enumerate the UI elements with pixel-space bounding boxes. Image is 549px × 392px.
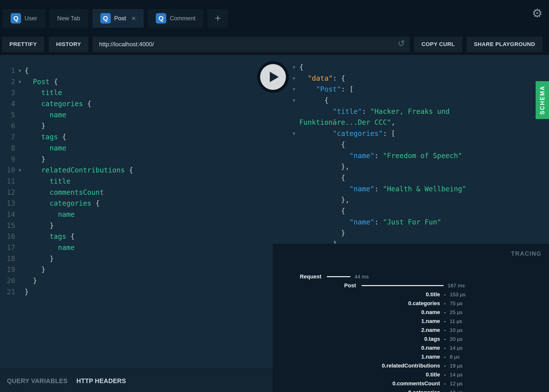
tracing-row: Post167 ms bbox=[273, 281, 549, 290]
query-variables-tab[interactable]: QUERY VARIABLES bbox=[7, 377, 68, 385]
prettify-button[interactable]: PRETTIFY bbox=[2, 37, 44, 52]
token: { bbox=[341, 207, 345, 215]
settings-gear-icon[interactable]: ⚙ bbox=[532, 7, 543, 19]
query-line[interactable]: 10▾relatedContributions { bbox=[0, 165, 273, 176]
token: { bbox=[25, 67, 29, 75]
response-line: } bbox=[273, 228, 549, 239]
fold-spacer bbox=[15, 220, 25, 231]
line-number: 14 bbox=[0, 209, 15, 220]
query-line[interactable]: 21} bbox=[0, 287, 273, 298]
code-text: { bbox=[25, 65, 273, 76]
fold-arrow-icon[interactable]: ▾ bbox=[15, 65, 25, 76]
code-text: "data": { bbox=[299, 73, 549, 84]
token: } bbox=[33, 277, 37, 285]
query-line[interactable]: 16tags { bbox=[0, 231, 273, 242]
tracing-panel: TRACING Request44 msPost167 ms0.title-15… bbox=[273, 244, 549, 392]
token: "categories" bbox=[333, 129, 383, 138]
query-line[interactable]: 13categories { bbox=[0, 198, 273, 209]
tracing-label: 0.name bbox=[273, 309, 440, 316]
token: { bbox=[91, 199, 100, 207]
token: "Just For Fun" bbox=[383, 218, 441, 226]
tab-user[interactable]: QUser bbox=[3, 9, 45, 28]
fold-arrow-icon[interactable]: ▾ bbox=[15, 165, 25, 176]
query-line[interactable]: 12commentsCount bbox=[0, 187, 273, 198]
query-line[interactable]: 7tags { bbox=[0, 132, 273, 143]
code-text: { bbox=[299, 95, 549, 106]
execute-query-button[interactable] bbox=[257, 61, 289, 93]
code-text: tags { bbox=[25, 132, 273, 143]
tracing-panel-header[interactable]: TRACING bbox=[511, 250, 542, 257]
query-line[interactable]: 18} bbox=[0, 253, 273, 265]
code-text: title bbox=[25, 87, 273, 98]
fold-arrow-icon[interactable]: ▾ bbox=[15, 76, 25, 88]
token: { bbox=[341, 174, 345, 182]
code-text: } bbox=[25, 264, 273, 275]
query-line[interactable]: 11title bbox=[0, 176, 273, 187]
editor-footer-bar: QUERY VARIABLES HTTP HEADERS bbox=[0, 370, 273, 392]
code-text: "name": "Health & Wellbeing" bbox=[299, 184, 549, 195]
fold-spacer bbox=[15, 98, 25, 110]
fold-arrow-icon[interactable]: ▾ bbox=[273, 128, 299, 139]
token: : bbox=[374, 185, 383, 193]
token: tags bbox=[41, 133, 58, 141]
tab-label: User bbox=[25, 15, 37, 22]
share-playground-button[interactable]: SHARE PLAYGROUND bbox=[467, 37, 543, 52]
tracing-label: 1.name bbox=[273, 354, 440, 360]
fold-spacer bbox=[15, 209, 25, 220]
code-text: title bbox=[25, 176, 273, 187]
tracing-row: 1.name-8 µs bbox=[273, 352, 549, 361]
code-text: name bbox=[25, 209, 273, 220]
query-editor-pane[interactable]: 1▾{2▾Post {3title4categories {5name6}7ta… bbox=[0, 55, 273, 370]
schema-sidebar-tab[interactable]: SCHEMA bbox=[536, 81, 549, 119]
tracing-label: 0.categories bbox=[273, 300, 440, 307]
tracing-time: 153 µs bbox=[450, 292, 465, 297]
tab-comment[interactable]: QComment bbox=[148, 9, 203, 28]
fold-spacer bbox=[273, 228, 299, 239]
token: }, bbox=[341, 196, 350, 204]
query-line[interactable]: 2▾Post { bbox=[0, 76, 273, 88]
copy-curl-button[interactable]: COPY CURL bbox=[414, 37, 462, 52]
query-line[interactable]: 8name bbox=[0, 143, 273, 154]
query-line[interactable]: 19} bbox=[0, 264, 273, 275]
query-line[interactable]: 4categories { bbox=[0, 98, 273, 110]
query-line[interactable]: 5name bbox=[0, 110, 273, 121]
tracing-row: 0.categories-13 µs bbox=[273, 388, 549, 392]
tracing-time: 75 µs bbox=[450, 300, 463, 306]
token: title bbox=[50, 177, 70, 185]
fold-spacer bbox=[15, 121, 25, 132]
line-number: 19 bbox=[0, 264, 15, 275]
new-tab-button[interactable]: + bbox=[208, 9, 228, 28]
fold-arrow-icon[interactable]: ▾ bbox=[273, 95, 299, 106]
query-line[interactable]: 1▾{ bbox=[0, 65, 273, 76]
response-line: ] bbox=[273, 239, 549, 244]
token: }, bbox=[341, 163, 350, 171]
query-line[interactable]: 14name bbox=[0, 209, 273, 220]
query-line[interactable]: 3title bbox=[0, 87, 273, 98]
query-line[interactable]: 9} bbox=[0, 154, 273, 165]
fold-spacer bbox=[15, 242, 25, 253]
query-line[interactable]: 6} bbox=[0, 121, 273, 132]
tab-post[interactable]: QPost× bbox=[92, 9, 144, 28]
response-line: { bbox=[273, 206, 549, 217]
tab-new-tab[interactable]: New Tab bbox=[49, 9, 88, 28]
code-text: } bbox=[25, 275, 273, 287]
tracing-row: 2.name-10 µs bbox=[273, 326, 549, 335]
reload-icon[interactable]: ↺ bbox=[398, 39, 405, 48]
endpoint-url-field[interactable]: ↺ bbox=[93, 37, 410, 52]
close-tab-icon[interactable]: × bbox=[132, 15, 136, 22]
token: name bbox=[50, 111, 66, 119]
history-button[interactable]: HISTORY bbox=[49, 37, 88, 52]
http-headers-tab[interactable]: HTTP HEADERS bbox=[77, 377, 126, 385]
code-text: name bbox=[25, 110, 273, 121]
response-line: ▾"Post": [ bbox=[273, 84, 549, 95]
line-number: 12 bbox=[0, 187, 15, 198]
query-line[interactable]: 15} bbox=[0, 220, 273, 231]
fold-spacer bbox=[15, 253, 25, 265]
line-number: 20 bbox=[0, 275, 15, 287]
query-line[interactable]: 17name bbox=[0, 242, 273, 253]
endpoint-url-input[interactable] bbox=[93, 41, 410, 48]
code-text: categories { bbox=[25, 98, 273, 110]
token: { bbox=[66, 232, 75, 241]
fold-spacer bbox=[273, 161, 299, 172]
query-line[interactable]: 20} bbox=[0, 275, 273, 287]
